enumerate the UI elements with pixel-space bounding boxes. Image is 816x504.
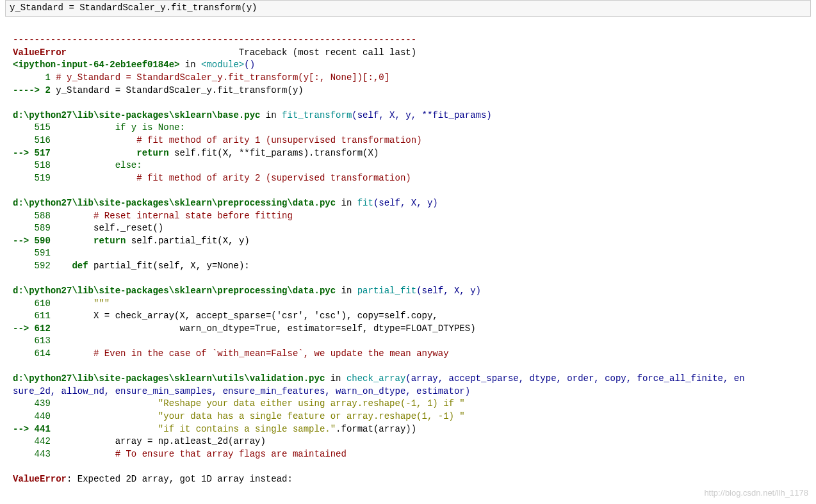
function-signature: (self, X, y): [416, 286, 481, 296]
line-number: 592: [35, 261, 51, 271]
final-error-message: : Expected 2D array, got 1D array instea…: [67, 474, 293, 484]
line-number: 440: [35, 411, 51, 421]
frame-location: <ipython-input-64-2eb1eef0184e>: [13, 60, 179, 70]
input-cell: y_Standard = StandardScaler_y.fit_transf…: [5, 0, 811, 17]
function-name: fit: [357, 198, 373, 208]
line-number: 613: [35, 336, 51, 346]
line-number: 611: [35, 311, 51, 321]
final-error-name: ValueError: [13, 474, 67, 484]
arrow: -->: [13, 323, 35, 334]
code-line: if y is None:: [51, 122, 185, 133]
function-name: check_array: [347, 373, 405, 384]
function-name: partial_fit: [357, 286, 416, 296]
keyword: def: [72, 261, 88, 271]
file-path: d:\python27\lib\site-packages\sklearn\ut…: [13, 373, 325, 384]
arrow: -->: [13, 148, 35, 158]
separator-dashes: ----------------------------------------…: [13, 35, 416, 45]
code-line: else:: [51, 160, 142, 170]
arrow: -->: [13, 236, 35, 246]
error-name: ValueError: [13, 47, 67, 58]
function-name: fit_transform: [282, 110, 352, 120]
function-signature: (array, accept_sparse, dtype, order, cop…: [405, 373, 744, 384]
line-number: 517: [35, 148, 51, 158]
keyword: return: [136, 148, 168, 158]
string-line: "if it contains a single sample.": [158, 424, 336, 434]
code-line: """: [51, 298, 110, 309]
traceback-output: ----------------------------------------…: [0, 19, 816, 489]
line-number: 442: [35, 436, 51, 446]
code-line: X = check_array(X, accept_sparse=('csr',…: [51, 311, 438, 321]
code-line: self._reset(): [51, 223, 163, 233]
comment-line: #: [115, 449, 120, 459]
line-number: 516: [35, 135, 51, 145]
line-number: 443: [35, 449, 51, 459]
file-path: d:\python27\lib\site-packages\sklearn\ba…: [13, 110, 260, 120]
line-number: 441: [35, 424, 51, 434]
function-signature: (self, X, y): [373, 198, 438, 208]
line-number: 588: [35, 211, 51, 221]
line-number: 590: [35, 236, 51, 246]
function-signature: (self, X, y, **fit_params): [352, 110, 491, 120]
code-line: self.partial_fit(X, y): [126, 236, 249, 246]
line-number: 614: [35, 348, 51, 359]
code-line: partial_fit(self, X, y=None):: [88, 261, 250, 271]
line-number: 2: [45, 85, 50, 95]
line-number: 1: [45, 72, 50, 83]
comment-line: #: [136, 173, 142, 183]
comment-line: #: [136, 135, 142, 145]
line-number: 518: [35, 160, 51, 170]
code-line: array = np.atleast_2d(array): [51, 436, 266, 446]
arrow: -->: [13, 424, 35, 434]
line-number: 439: [35, 398, 51, 409]
file-path: d:\python27\lib\site-packages\sklearn\pr…: [13, 198, 336, 208]
watermark: http://blog.csdn.net/llh_1178: [704, 487, 808, 489]
code-line: warn_on_dtype=True, estimator=self, dtyp…: [51, 323, 476, 334]
code-line: self.fit(X, **fit_params).transform(X): [169, 148, 379, 158]
string-line: "your data has a single feature or array…: [51, 411, 465, 421]
line-number: 515: [35, 122, 51, 133]
arrow: ---->: [13, 85, 45, 95]
line-number: 610: [35, 298, 51, 309]
keyword: return: [94, 236, 126, 246]
module-label: <module>: [201, 60, 244, 70]
function-signature-cont: sure_2d, allow_nd, ensure_min_samples, e…: [13, 386, 470, 396]
line-number: 591: [35, 248, 51, 258]
string-line: "Reshape your data either using array.re…: [51, 398, 465, 409]
line-number: 589: [35, 223, 51, 233]
code-line: y_Standard = StandardScaler_y.fit_transf…: [51, 85, 304, 95]
file-path: d:\python27\lib\site-packages\sklearn\pr…: [13, 286, 336, 296]
line-number: 519: [35, 173, 51, 183]
comment-line: # y_Standard = StandardScaler_y.fit_tran…: [56, 72, 389, 83]
line-number: 612: [35, 323, 51, 334]
traceback-label: Traceback (most recent call last): [239, 47, 416, 58]
